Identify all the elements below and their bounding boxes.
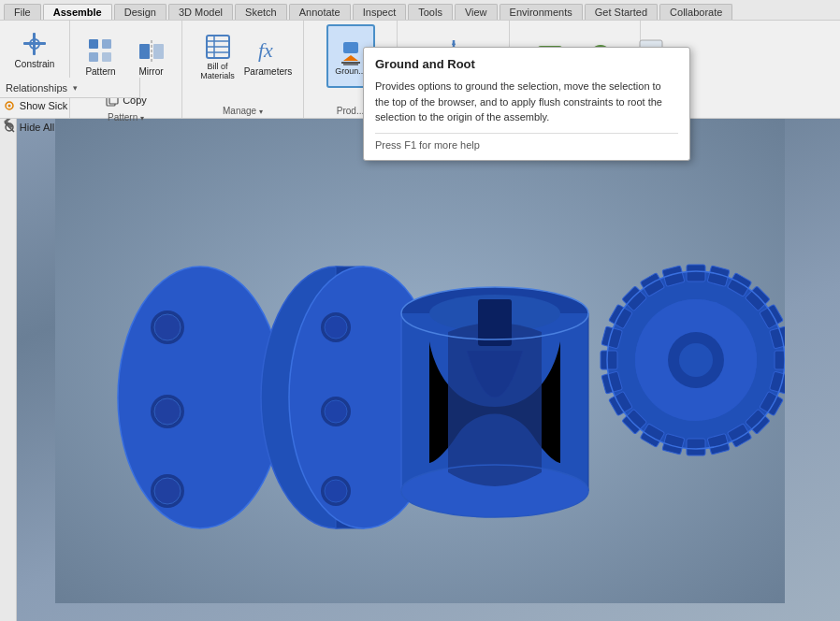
tab-assemble[interactable]: Assemble (43, 4, 112, 20)
tab-tools[interactable]: Tools (408, 4, 453, 20)
tab-annotate[interactable]: Annotate (289, 4, 351, 20)
tab-file[interactable]: File (4, 4, 41, 20)
ground-label: Groun... (335, 66, 366, 76)
svg-rect-9 (89, 39, 98, 49)
left-panel (0, 98, 17, 621)
svg-marker-25 (343, 55, 358, 61)
hide-all-button[interactable]: Hide All (0, 117, 72, 137)
constrain-button[interactable]: Constrain (10, 24, 59, 74)
hide-all-label: Hide All (20, 122, 54, 133)
relationships-bar: Relationships ▾ (0, 78, 140, 98)
tab-design[interactable]: Design (114, 4, 167, 20)
svg-rect-78 (687, 265, 705, 282)
pattern-label: Pattern (85, 66, 115, 77)
bom-label: Bill ofMaterials (200, 62, 235, 80)
pattern-icon (86, 36, 116, 66)
svg-point-55 (154, 478, 181, 504)
back-plate (118, 267, 282, 528)
tooltip-description: Provides options to ground the selection… (375, 79, 678, 125)
svg-rect-96 (601, 351, 617, 369)
svg-point-49 (118, 267, 282, 528)
show-sick-label: Show Sick (20, 100, 67, 111)
pattern-dropdown-arrow: ▾ (140, 114, 144, 123)
svg-point-105 (679, 343, 713, 377)
tab-inspect[interactable]: Inspect (353, 4, 406, 20)
svg-rect-24 (343, 42, 358, 53)
svg-rect-1 (33, 33, 36, 55)
tooltip-title: Ground and Root (375, 57, 678, 71)
tab-environments[interactable]: Environments (500, 4, 583, 20)
ribbon-group-pattern: Pattern Mirror Copy (70, 21, 182, 118)
bill-of-materials-button[interactable]: Bill ofMaterials (194, 24, 242, 88)
mirror-label: Mirror (138, 66, 163, 77)
show-sick-button[interactable]: Show Sick (0, 95, 72, 116)
svg-rect-13 (139, 44, 150, 59)
svg-point-64 (325, 480, 347, 502)
svg-point-6 (7, 105, 10, 108)
ribbon-group-constrain: Constrain Show Show S (0, 21, 70, 118)
tab-row: File Assemble Design 3D Model Sketch Ann… (0, 0, 840, 21)
tooltip-help: Press F1 for more help (375, 133, 678, 151)
mirror-icon (137, 36, 167, 66)
tab-view[interactable]: View (455, 4, 498, 20)
parameters-icon: fx (253, 36, 283, 66)
constrain-icon (20, 29, 50, 59)
svg-rect-90 (687, 439, 705, 455)
ribbon-group-manage: Bill ofMaterials fx Parameters Manage ▾ (182, 21, 304, 118)
parameters-button[interactable]: fx Parameters (244, 24, 293, 88)
tab-sketch[interactable]: Sketch (235, 4, 287, 20)
canvas-area[interactable] (0, 98, 840, 621)
svg-point-51 (154, 314, 181, 340)
gear (601, 265, 785, 455)
pattern-group-label[interactable]: Pattern ▾ (108, 110, 144, 123)
3d-scene-svg (55, 117, 785, 603)
scene-container (0, 98, 840, 621)
relationships-dropdown-arrow[interactable]: ▾ (73, 83, 78, 93)
svg-marker-31 (452, 40, 456, 45)
bom-icon (203, 32, 233, 62)
tab-3dmodel[interactable]: 3D Model (168, 4, 233, 20)
manage-group-label[interactable]: Manage ▾ (223, 104, 263, 116)
svg-point-60 (325, 316, 347, 339)
parameters-label: Parameters (244, 66, 293, 77)
svg-rect-11 (89, 52, 98, 62)
ground-icon (336, 36, 366, 66)
relationships-label[interactable]: Relationships (0, 82, 73, 94)
svg-point-53 (154, 398, 181, 425)
tab-getstarted[interactable]: Get Started (585, 4, 658, 20)
svg-rect-84 (775, 351, 785, 369)
svg-rect-12 (102, 52, 111, 62)
tooltip-box: Ground and Root Provides options to grou… (363, 47, 690, 161)
svg-rect-14 (153, 44, 164, 59)
manage-large-buttons: Bill ofMaterials fx Parameters (194, 24, 293, 88)
manage-dropdown-arrow: ▾ (259, 108, 263, 116)
hide-all-icon (2, 120, 17, 135)
cylinder-housing (401, 287, 588, 517)
position-group-label: Prod... (337, 104, 364, 116)
show-sick-icon (2, 98, 17, 113)
constrain-label: Constrain (15, 59, 55, 69)
tab-collaborate[interactable]: Collaborate (659, 4, 732, 20)
svg-text:fx: fx (258, 38, 273, 62)
svg-point-62 (325, 400, 347, 423)
svg-rect-10 (102, 39, 111, 49)
